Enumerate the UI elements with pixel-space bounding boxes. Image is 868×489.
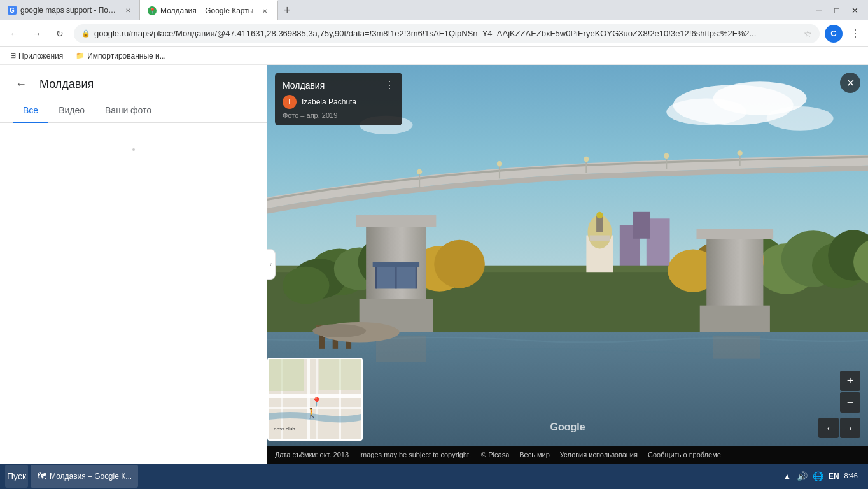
world-label[interactable]: Весь мир [519,451,550,458]
tab2-close[interactable]: ✕ [260,6,270,16]
taskbar-maps-item[interactable]: 🗺 Молдавия – Google К... [31,465,138,488]
sidebar-header: ← Молдавия [0,65,267,99]
taskbar: Пуск 🗺 Молдавия – Google К... ▲ 🔊 🌐 EN 8… [0,464,868,489]
browser-tab-2[interactable]: 📍 Молдавия – Google Карты ✕ [140,0,278,20]
svg-text:🚶: 🚶 [305,407,318,419]
svg-rect-38 [700,306,770,332]
main-content: ← Молдавия Все Видео Ваши фото ‹ Молдави… [0,65,868,464]
svg-point-31 [596,212,603,218]
bookmarks-bar: ⊞ Приложения 📁 Импортированные и... [0,47,868,65]
mini-map-svg: 📍 🚶 ness club [269,359,363,441]
tab-video[interactable]: Видео [48,99,95,123]
bookmark-apps-label: Приложения [18,52,63,60]
svg-point-48 [737,150,742,155]
sidebar-title: Молдавия [39,78,94,91]
maximize-button[interactable]: □ [829,2,845,18]
tab1-favicon: G [8,6,17,15]
tab2-favicon: 📍 [148,6,157,15]
svg-text:📍: 📍 [311,397,323,408]
photo-user-info: I Izabela Pachuta [283,95,395,109]
sidebar-back-button[interactable]: ← [13,75,29,94]
svg-point-42 [497,161,502,166]
folder-icon: 📁 [76,52,85,60]
tab-your-photos[interactable]: Ваши фото [95,99,162,123]
photo-info-header: Молдавия ⋮ [283,79,395,91]
capture-date: Дата съёмки: окт. 2013 [275,451,349,458]
collapse-handle[interactable]: ‹ [267,249,276,280]
svg-rect-32 [590,236,610,241]
tray-network-icon[interactable]: 🌐 [813,471,823,481]
svg-rect-8 [633,212,650,239]
svg-rect-60 [713,336,760,359]
svg-rect-66 [307,359,310,441]
start-button[interactable]: Пуск [5,465,28,488]
user-name: Izabela Pachuta [302,97,356,106]
forward-nav-button[interactable]: → [28,25,46,43]
refresh-button[interactable]: ↻ [51,25,69,43]
tab1-title: google maps support - Поиск в Goo... [20,6,118,15]
svg-point-46 [664,153,669,158]
zoom-controls: + − [840,371,860,413]
zoom-in-button[interactable]: + [840,371,860,391]
tab2-title: Молдавия – Google Карты [160,6,253,15]
system-time: 8:46 [844,471,858,481]
svg-point-40 [417,169,422,174]
apps-icon: ⊞ [10,52,16,60]
tab-all[interactable]: Все [13,99,48,123]
copyright-notice: Images may be subject to copyright. [359,451,471,458]
mini-map[interactable]: 📍 🚶 ness club [267,358,363,441]
new-tab-button[interactable]: + [278,1,296,19]
tray-speaker-icon[interactable]: 🔊 [797,471,808,481]
svg-text:ness club: ness club [274,426,295,432]
keyboard-lang[interactable]: EN [829,472,839,481]
photo-place-name: Молдавия [283,80,325,90]
svg-point-62 [312,324,366,337]
url-bar[interactable]: 🔒 google.ru/maps/place/Молдавия/@47.4116… [74,24,820,43]
photo-more-icon[interactable]: ⋮ [384,79,395,91]
lock-icon: 🔒 [81,29,90,38]
svg-rect-37 [696,229,773,239]
bookmark-star-icon[interactable]: ☆ [804,29,812,39]
sidebar-body [0,123,267,464]
nav-right-button[interactable]: › [840,418,860,438]
browser-tab-1[interactable]: G google maps support - Поиск в Goo... ✕ [0,0,140,20]
picasa-label: © Picasa [481,451,509,458]
bookmark-imported[interactable]: 📁 Импортированные и... [72,50,170,62]
navigation-arrows: ‹ › [818,418,860,438]
bookmark-imported-label: Импортированные и... [87,52,166,60]
url-text: google.ru/maps/place/Молдавия/@47.411631… [94,29,800,38]
svg-rect-70 [269,359,304,391]
svg-rect-71 [319,359,363,390]
minimize-button[interactable]: ─ [811,2,827,18]
svg-point-4 [767,106,834,131]
report-label[interactable]: Сообщить о проблеме [648,451,721,458]
maps-taskbar-icon: 🗺 [37,471,46,481]
google-watermark: Google [550,422,585,433]
sidebar: ← Молдавия Все Видео Ваши фото ‹ [0,65,267,464]
close-photo-button[interactable]: ✕ [840,73,860,93]
zoom-out-button[interactable]: − [840,392,860,413]
back-nav-button[interactable]: ← [5,25,23,43]
svg-point-3 [666,98,746,125]
taskbar-maps-label: Молдавия – Google К... [50,472,132,481]
system-tray: ▲ 🔊 🌐 EN 8:46 [778,471,863,481]
user-avatar: I [283,95,297,109]
svg-rect-50 [373,262,419,267]
terms-label[interactable]: Условия использования [560,451,638,458]
tray-arrow-icon[interactable]: ▲ [783,471,792,481]
photo-panel: Молдавия ⋮ I Izabela Pachuta Фото – апр.… [267,65,868,464]
close-button[interactable]: ✕ [846,2,863,18]
bookmark-apps[interactable]: ⊞ Приложения [6,50,67,62]
tabs-container: G google maps support - Поиск в Goo... ✕… [0,0,296,20]
tab1-close[interactable]: ✕ [124,5,132,15]
svg-point-27 [434,240,485,288]
photo-date: Фото – апр. 2019 [283,111,395,119]
nav-left-button[interactable]: ‹ [818,418,839,438]
photo-info-overlay: Молдавия ⋮ I Izabela Pachuta Фото – апр.… [275,73,402,125]
svg-rect-34 [356,215,436,227]
browser-menu-button[interactable]: ⋮ [848,25,863,42]
svg-point-44 [584,157,589,162]
bottom-info-bar: Дата съёмки: окт. 2013 Images may be sub… [267,446,868,464]
profile-button[interactable]: C [825,25,843,43]
loading-dot [132,148,135,151]
